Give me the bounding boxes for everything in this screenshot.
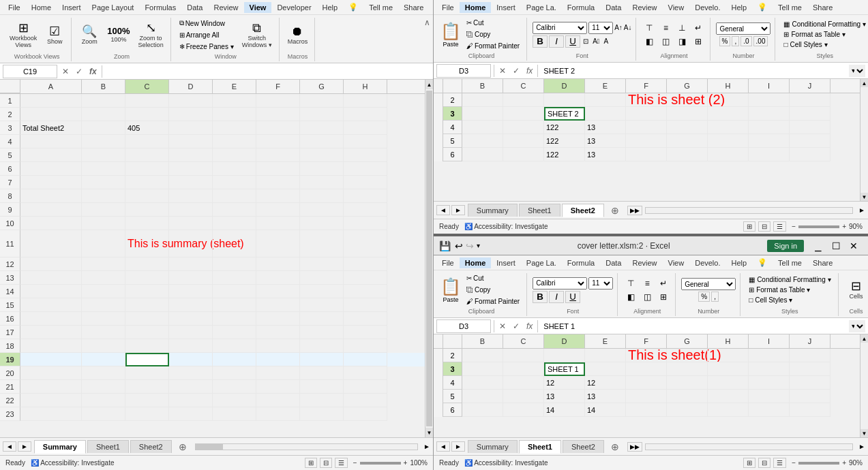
rt-menu-insert[interactable]: Insert <box>491 2 521 13</box>
cancel-formula-icon[interactable]: ✕ <box>60 67 71 76</box>
col-header-C[interactable]: C <box>125 80 169 93</box>
rt-vscrollbar[interactable]: ▲ ▼ <box>860 79 868 201</box>
rt-tab-sheet2[interactable]: Sheet2 <box>562 204 604 217</box>
rb-align-center-button[interactable]: ◫ <box>640 291 655 303</box>
new-window-button[interactable]: ⧉ New Window <box>177 18 237 29</box>
cell[interactable] <box>544 93 585 107</box>
rb-comma-button[interactable]: , <box>711 292 719 302</box>
rb-menu-review[interactable]: Review <box>627 257 662 268</box>
rb-col-D[interactable]: D <box>544 334 585 348</box>
cell[interactable] <box>169 162 213 176</box>
rb-percent-button[interactable]: % <box>698 292 710 302</box>
rt-accessibility-status[interactable]: ♿ Accessibility: Investigate <box>464 223 548 230</box>
rb-scroll-tabs-right[interactable]: ▶▶ <box>627 442 642 452</box>
cell-A3[interactable]: Total Sheet2 <box>20 121 82 135</box>
left-nav-prev[interactable]: ◄ <box>3 441 16 452</box>
rt-page-layout-button[interactable]: ⊟ <box>758 221 770 232</box>
cell[interactable] <box>169 148 213 162</box>
cell[interactable] <box>213 121 256 135</box>
cell[interactable] <box>344 217 387 230</box>
left-nav-next[interactable]: ► <box>18 441 31 452</box>
rb-col-J[interactable]: J <box>790 334 830 348</box>
col-header-H[interactable]: H <box>344 80 387 93</box>
rb-accessibility-status[interactable]: ♿ Accessibility: Investigate <box>464 459 548 467</box>
cell[interactable] <box>708 362 749 376</box>
cell[interactable] <box>125 108 169 121</box>
cell[interactable] <box>667 107 708 121</box>
rt-hscroll-right[interactable]: ► <box>856 206 868 214</box>
cell[interactable] <box>169 135 213 148</box>
cell[interactable] <box>667 148 708 161</box>
cell[interactable]: 14 <box>585 403 626 417</box>
align-middle-button[interactable]: ≡ <box>658 22 673 34</box>
cell[interactable] <box>256 176 300 189</box>
cell[interactable] <box>585 93 626 107</box>
cell[interactable] <box>300 162 344 176</box>
rb-paste-btn[interactable]: 📋 Paste <box>440 277 461 303</box>
rb-col-F[interactable]: F <box>626 334 667 348</box>
cell[interactable] <box>667 362 708 376</box>
rb-cut-button[interactable]: ✂ Cut <box>464 273 522 283</box>
cell[interactable] <box>300 108 344 121</box>
menu-formulas[interactable]: Formulas <box>139 2 181 13</box>
cell[interactable] <box>462 376 503 390</box>
cell[interactable]: This is sheet(1) <box>626 349 667 362</box>
cell[interactable] <box>256 230 300 257</box>
cell[interactable] <box>626 376 667 390</box>
rt-col-header-E[interactable]: E <box>585 79 626 93</box>
rb-scroll-down[interactable]: ▼ <box>860 429 868 437</box>
cell[interactable] <box>82 108 125 121</box>
format-as-table-button[interactable]: ⊞ Format as Table ▾ <box>781 30 868 39</box>
cell[interactable] <box>256 162 300 176</box>
rt-zoom-out-icon[interactable]: − <box>792 223 796 230</box>
scroll-down-button[interactable]: ▼ <box>425 428 433 437</box>
wrap-text-button[interactable]: ↵ <box>691 22 706 34</box>
cell[interactable] <box>749 376 790 390</box>
rt-formula-dropdown[interactable]: ▾ <box>849 65 865 77</box>
rb-vscrollbar[interactable]: ▲ ▼ <box>860 334 868 437</box>
cell[interactable] <box>82 230 125 257</box>
rb-menu-share[interactable]: Share <box>807 257 838 268</box>
rb-cells-button[interactable]: ⊟ Cells <box>844 279 868 301</box>
rb-col-C[interactable]: C <box>503 334 544 348</box>
rb-menu-view[interactable]: View <box>663 257 690 268</box>
cell[interactable] <box>503 148 544 161</box>
cell[interactable] <box>344 121 387 135</box>
align-right-button[interactable]: ◨ <box>674 35 689 48</box>
rt-normal-view-button[interactable]: ⊞ <box>743 221 755 232</box>
rb-normal-view-button[interactable]: ⊞ <box>743 458 755 468</box>
rb-insert-func-icon[interactable]: fx <box>524 322 535 331</box>
cell[interactable] <box>256 108 300 121</box>
cell[interactable] <box>213 203 256 217</box>
left-accessibility-status[interactable]: ♿ Accessibility: Investigate <box>31 459 115 467</box>
comma-format-button[interactable]: , <box>732 36 739 46</box>
rt-col-header-G[interactable]: G <box>667 79 708 93</box>
cell[interactable] <box>256 94 300 108</box>
cell[interactable] <box>20 135 82 148</box>
cell[interactable] <box>503 362 544 376</box>
cell[interactable] <box>344 135 387 148</box>
workbook-views-button[interactable]: ⊞ WorkbookViews <box>7 20 40 50</box>
cell[interactable] <box>256 121 300 135</box>
cell[interactable] <box>20 203 82 217</box>
cell[interactable] <box>708 349 749 362</box>
rt-col-header-C[interactable]: C <box>503 79 544 93</box>
border-button[interactable]: ⊡ <box>582 36 590 46</box>
rt-cancel-formula-icon[interactable]: ✕ <box>497 66 508 76</box>
cell[interactable] <box>344 189 387 203</box>
rb-wrap-button[interactable]: ↵ <box>656 277 671 289</box>
cell[interactable] <box>462 107 503 121</box>
menu-insert[interactable]: Insert <box>57 2 87 13</box>
cell[interactable] <box>300 203 344 217</box>
cell[interactable] <box>256 353 300 366</box>
cell[interactable] <box>626 134 667 148</box>
cell[interactable] <box>344 108 387 121</box>
rb-number-format-select[interactable]: General <box>681 278 736 290</box>
cell-styles-button[interactable]: □ Cell Styles ▾ <box>781 40 868 49</box>
cell[interactable] <box>462 148 503 161</box>
rb-nav-prev[interactable]: ◄ <box>436 441 450 452</box>
cell[interactable] <box>749 93 790 107</box>
cell-D3-rb[interactable]: SHEET 1 <box>544 362 585 376</box>
cell[interactable] <box>20 162 82 176</box>
col-header-A[interactable]: A <box>20 80 82 93</box>
